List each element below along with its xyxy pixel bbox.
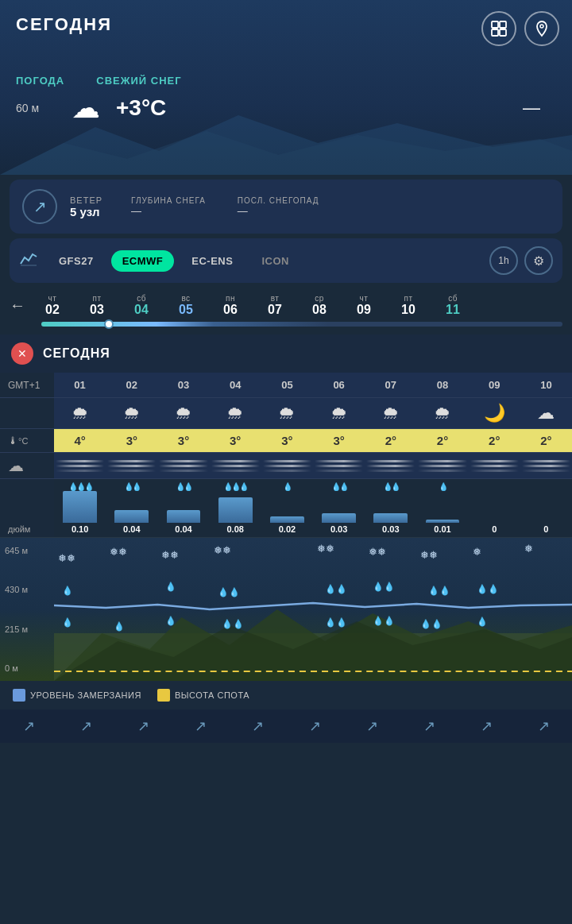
- date-item[interactable]: пт10: [386, 294, 431, 317]
- drop-icon-cell: 💧💧: [106, 479, 157, 491]
- precip-bar: [426, 520, 460, 523]
- bottom-nav-icon[interactable]: ↗: [195, 717, 207, 735]
- drop-icon-cell: 💧💧: [365, 479, 416, 491]
- precip-bar-cell: 0.02: [261, 516, 313, 537]
- weather-icon-cell: 🌧: [365, 398, 416, 428]
- settings-btn[interactable]: ⚙: [524, 246, 553, 275]
- weather-tab-weather[interactable]: ПОГОДА: [16, 75, 64, 87]
- precip-bar-cell: 0: [520, 524, 572, 537]
- gallery-icon-btn[interactable]: [481, 11, 516, 46]
- date-item[interactable]: сб11: [431, 294, 475, 317]
- date-item[interactable]: чт09: [342, 294, 386, 317]
- drops-row: 💧💧💧💧💧💧💧💧💧💧💧💧💧💧💧💧: [54, 479, 572, 491]
- svg-text:❅❅: ❅❅: [420, 549, 438, 561]
- bottom-nav-icon[interactable]: ↗: [23, 717, 35, 735]
- svg-rect-5: [500, 29, 506, 36]
- drop-icon-cell: 💧: [261, 479, 313, 491]
- time-interval-btn[interactable]: 1h: [489, 246, 518, 275]
- cloud-row: ☁: [0, 453, 572, 479]
- date-item[interactable]: пт03: [75, 294, 119, 317]
- svg-text:❅: ❅: [473, 546, 481, 558]
- top-section: СЕГОДНЯ ПОГОДА СВЕЖИЙ СНЕГ 60 м ☁ +3°C —: [0, 0, 572, 175]
- weather-icon-cell: 🌧: [261, 398, 313, 428]
- page-title: СЕГОДНЯ: [16, 14, 112, 34]
- cloud-wave-cell: [106, 453, 157, 478]
- temp-cell: 3°: [106, 429, 157, 452]
- precip-value: 0: [492, 524, 497, 534]
- bottom-nav-icon[interactable]: ↗: [423, 717, 435, 735]
- svg-text:❅❅: ❅❅: [214, 544, 231, 556]
- precip-bar-cell: 0.04: [106, 510, 157, 537]
- svg-text:💧💧: 💧💧: [222, 618, 244, 629]
- wind-direction-icon: ↗: [22, 189, 57, 224]
- weather-icon-cell: 🌙: [469, 398, 520, 428]
- bottom-nav-icon[interactable]: ↗: [137, 717, 149, 735]
- cloud-wave-cell: [54, 453, 106, 478]
- hour-cell: 10: [520, 373, 572, 397]
- alt-430: 430 м: [5, 585, 49, 594]
- model-icon[interactable]: ICON: [250, 250, 300, 272]
- alt-645: 645 м: [5, 546, 49, 555]
- precip-value: 0.02: [279, 524, 296, 534]
- svg-rect-4: [492, 29, 498, 36]
- date-item[interactable]: вс05: [164, 294, 208, 317]
- alt-215: 215 м: [5, 624, 49, 634]
- progress-thumb[interactable]: [104, 319, 114, 329]
- bottom-nav-icon[interactable]: ↗: [80, 717, 92, 735]
- temp-cell: 3°: [157, 429, 209, 452]
- svg-text:💧💧: 💧💧: [325, 617, 347, 628]
- close-btn[interactable]: ✕: [11, 342, 33, 365]
- alt-0: 0 м: [5, 663, 49, 673]
- map-icon-btn[interactable]: [524, 11, 559, 46]
- precip-value: 0.03: [330, 524, 347, 534]
- temp-cell: 2°: [416, 429, 468, 452]
- temp-unit-label: 🌡 °C: [0, 429, 54, 452]
- svg-text:💧💧: 💧💧: [477, 583, 499, 594]
- date-item[interactable]: ср08: [297, 294, 342, 317]
- back-arrow-btn[interactable]: ←: [10, 296, 25, 315]
- model-gfs27[interactable]: GFS27: [48, 250, 105, 272]
- temp-cell: 4°: [54, 429, 106, 452]
- bottom-nav-icon[interactable]: ↗: [481, 717, 493, 735]
- precip-bar-cell: 0.08: [210, 497, 261, 537]
- cloud-wave-cell: [416, 453, 468, 478]
- freeze-color-box: [13, 689, 25, 702]
- precip-value: 0.04: [123, 524, 140, 534]
- bottom-nav-icon[interactable]: ↗: [366, 717, 378, 735]
- svg-rect-3: [500, 21, 506, 28]
- date-item[interactable]: вт07: [253, 294, 297, 317]
- bottom-nav-icon[interactable]: ↗: [252, 717, 264, 735]
- precip-bar-cell: 0.03: [313, 513, 365, 537]
- precip-value: 0: [543, 524, 548, 534]
- model-ec-ens[interactable]: EC-ENS: [180, 250, 244, 272]
- precip-value: 0.03: [382, 524, 399, 534]
- cloud-wave-cell: [313, 453, 365, 478]
- temp-cell: 2°: [365, 429, 416, 452]
- freeze-legend: УРОВЕНЬ ЗАМЕРЗАНИЯ: [13, 689, 141, 702]
- altitude-chart: 645 м 430 м 215 м 0 м ❅❅ ❅❅ ❅❅ ❅❅ ❅: [0, 538, 572, 681]
- svg-text:💧💧: 💧💧: [373, 615, 395, 626]
- drop-icon-cell: [469, 479, 520, 491]
- hour-cell: 03: [157, 373, 209, 397]
- bottom-icons-row: ↗↗↗↗↗↗↗↗↗↗: [0, 709, 572, 743]
- date-item[interactable]: чт02: [30, 294, 75, 317]
- bottom-nav-icon[interactable]: ↗: [538, 717, 550, 735]
- progress-bar-track[interactable]: [41, 322, 562, 327]
- hourly-section: ✕ СЕГОДНЯ GMT+1 01020304050607080910 🌧🌧🌧…: [0, 334, 572, 681]
- precip-bar-cell: 0.01: [416, 520, 468, 537]
- last-snowfall-label: ПОСЛ. СНЕГОПАД: [238, 196, 319, 205]
- wind-info: ВЕТЕР 5 узл: [70, 195, 102, 218]
- cloud-wave-cell: [365, 453, 416, 478]
- precip-bars-row: 0.100.040.040.080.020.030.030.0100: [54, 491, 572, 537]
- spot-legend: ВЫСОТА СПОТА: [157, 689, 249, 702]
- cloud-cells: [54, 453, 572, 478]
- precip-bar: [167, 510, 201, 523]
- date-item[interactable]: пн06: [208, 294, 253, 317]
- date-item[interactable]: сб04: [119, 294, 164, 317]
- drop-icon-cell: 💧💧: [313, 479, 365, 491]
- snow-depth-item: ГЛУБИНА СНЕГА —: [131, 196, 206, 217]
- bottom-nav-icon[interactable]: ↗: [309, 717, 321, 735]
- model-ecmwf[interactable]: ECMWF: [111, 250, 175, 272]
- weather-tab-snow[interactable]: СВЕЖИЙ СНЕГ: [96, 75, 181, 87]
- model-selector: GFS27 ECMWF EC-ENS ICON 1h ⚙: [10, 238, 562, 283]
